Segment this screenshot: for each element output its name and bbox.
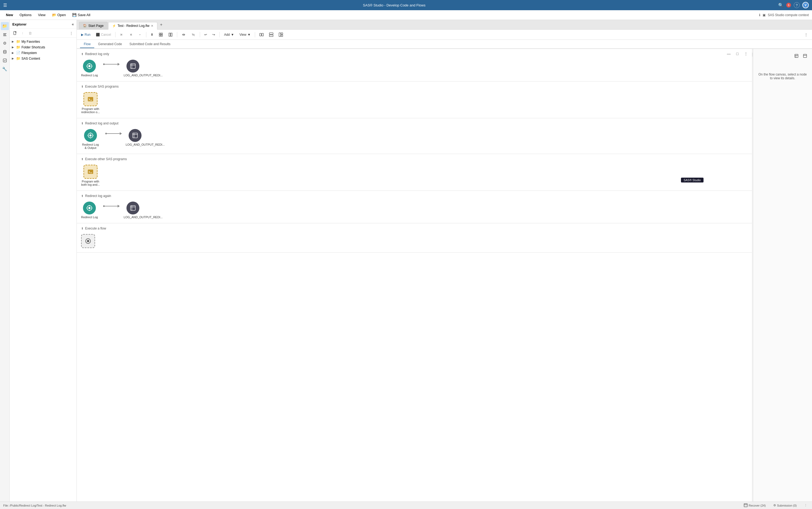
node-icon-program-1 — [83, 92, 98, 106]
layout-btn1[interactable] — [257, 32, 266, 38]
section6-collapse-icon[interactable]: ⬆ — [81, 227, 83, 230]
tab-start-page[interactable]: 🏠 Start Page — [79, 22, 108, 29]
subtab-generated-code[interactable]: Generated Code — [94, 41, 126, 48]
step-into-btn[interactable] — [136, 32, 144, 37]
section2-collapse-icon[interactable]: ⬆ — [81, 85, 83, 89]
sas-studio-tooltip: SAS® Studio — [681, 178, 703, 182]
subtab-flow[interactable]: Flow — [80, 41, 94, 48]
options-menu-item[interactable]: Options — [17, 12, 34, 18]
compute-icon[interactable]: ▣ — [763, 13, 766, 17]
sidebar-explorer-btn[interactable]: 📁 — [1, 22, 9, 30]
hamburger-menu-icon[interactable]: ☰ — [3, 3, 7, 8]
explorer-toolbar: ↑ 🗑 ⋮ — [10, 29, 77, 38]
canvas-minimize-btn[interactable]: — — [725, 50, 733, 58]
app-title: SAS® Studio - Develop Code and Flows — [10, 3, 778, 7]
node-program-with-redir[interactable]: Program with redirection o... — [81, 92, 100, 114]
layout-btn3[interactable] — [276, 32, 285, 38]
right-panel-btn2[interactable] — [801, 52, 809, 60]
tree-item-my-favorites[interactable]: ▶ 📁 My Favorites — [10, 39, 77, 44]
toolbar-sep-5 — [219, 32, 220, 37]
explorer-new-file-btn[interactable] — [12, 30, 18, 36]
user-avatar[interactable]: V — [802, 2, 809, 8]
sidebar-task-btn[interactable] — [1, 57, 9, 65]
layout-btn2[interactable] — [267, 32, 275, 38]
toolbar-more-btn[interactable]: ⋮ — [802, 32, 810, 37]
new-menu-item[interactable]: New — [3, 12, 16, 18]
svg-rect-28 — [131, 64, 135, 69]
node-log-output-1[interactable]: LOG_AND_OUTPUT_REDI... — [123, 60, 142, 77]
cancel-btn[interactable]: ⬛ Cancel — [94, 32, 113, 37]
save-all-menu-item[interactable]: 💾 Save All — [70, 12, 93, 18]
main-layout: 📁 ⚙ 🔧 Explorer « ↑ 🗑 ⋮ ▶ — [0, 20, 812, 502]
open-menu-item[interactable]: 📂 Open — [49, 12, 69, 18]
link-btn[interactable] — [179, 32, 188, 38]
explorer-more-btn[interactable]: ⋮ — [68, 30, 74, 36]
right-panel-btn1[interactable] — [793, 52, 800, 60]
explorer-header: Explorer « — [10, 20, 77, 29]
info-icon[interactable]: ℹ — [759, 13, 761, 17]
export-btn[interactable]: ⬆ — [148, 32, 155, 37]
grid-btn1[interactable] — [156, 32, 165, 38]
tab-close-btn[interactable]: ✕ — [151, 24, 153, 28]
subtab-submitted-code[interactable]: Submitted Code and Results — [126, 41, 174, 48]
node-log-output-5[interactable]: LOG_AND_OUTPUT_REDI... — [123, 202, 142, 219]
node-icon-log-output-5 — [126, 202, 139, 214]
unlink-btn[interactable] — [189, 32, 198, 38]
help-icon[interactable]: ? — [794, 2, 800, 8]
node-flow-partial[interactable] — [81, 234, 95, 248]
svg-rect-16 — [262, 33, 263, 36]
notification-badge[interactable]: 6 — [786, 3, 791, 7]
section1-collapse-icon[interactable]: ⬆ — [81, 53, 83, 56]
submission-icon: ⚙ — [773, 504, 776, 507]
sidebar-code-btn[interactable] — [1, 31, 9, 39]
grid-btn2[interactable] — [166, 32, 175, 38]
status-more-btn[interactable]: ⋮ — [803, 503, 809, 508]
tree-item-filesystem[interactable]: ▶ 📄 Filesystem — [10, 50, 77, 56]
node-redirect-log[interactable]: Redirect Log — [81, 60, 98, 77]
save-icon: 💾 — [72, 13, 77, 17]
section1-content: Redirect Log — [81, 60, 747, 77]
tree-item-folder-shortcuts[interactable]: ▶ 📁 Folder Shortcuts — [10, 44, 77, 50]
submission-btn[interactable]: ⚙ Submission (0) — [772, 503, 798, 508]
node-log-output-3[interactable]: LOG_AND_OUTPUT_REDI... — [126, 129, 144, 146]
explorer-delete-btn[interactable]: 🗑 — [27, 30, 33, 36]
compute-context-label[interactable]: SAS Studio compute context — [768, 13, 809, 17]
tab-add-btn[interactable]: + — [158, 22, 164, 28]
svg-rect-55 — [795, 54, 798, 58]
status-bar-right: Recover (24) ⚙ Submission (0) ⋮ — [742, 503, 809, 508]
view-menu-item[interactable]: View — [35, 12, 48, 18]
canvas-restore-btn[interactable]: □ — [734, 50, 741, 58]
section5-collapse-icon[interactable]: ⬆ — [81, 194, 83, 198]
run-btn[interactable]: ▶ Run — [79, 32, 93, 37]
step-fwd-btn[interactable] — [127, 32, 135, 37]
node-redirect-log-output[interactable]: Redirect Log & Output — [81, 129, 100, 149]
svg-rect-19 — [279, 33, 281, 37]
canvas-more-btn[interactable]: ⋮ — [742, 50, 750, 58]
flow-canvas[interactable]: ⬆ Redirect log only Redirect Log — [77, 49, 752, 502]
section4-title: Execute other SAS programs — [85, 157, 127, 161]
sidebar-settings-btn[interactable]: ⚙ — [1, 39, 9, 47]
view-btn[interactable]: View ▼ — [237, 32, 253, 37]
step-back-btn[interactable] — [118, 32, 126, 37]
tree-item-sas-content[interactable]: ▶ 📁 SAS Content — [10, 56, 77, 61]
node-label-log-output-3: LOG_AND_OUTPUT_REDI... — [126, 143, 144, 146]
sidebar-data-btn[interactable] — [1, 48, 9, 56]
tree-icon-my-favorites: 📁 — [16, 39, 21, 43]
explorer-up-btn[interactable]: ↑ — [19, 30, 26, 36]
undo-btn[interactable]: ↩ — [202, 32, 209, 37]
section-header-2: ⬆ Execute SAS programs — [81, 84, 747, 89]
search-icon[interactable]: 🔍 — [778, 3, 783, 8]
sidebar-wrench-btn[interactable]: 🔧 — [1, 65, 9, 73]
recover-btn[interactable]: Recover (24) — [742, 503, 767, 508]
section4-collapse-icon[interactable]: ⬆ — [81, 158, 83, 161]
redo-btn[interactable]: ↪ — [210, 32, 217, 37]
recover-icon — [744, 503, 747, 508]
explorer-collapse-btn[interactable]: « — [72, 22, 74, 26]
tab-test-redirect-log[interactable]: ⚡ Test - Redirect Log.flw ✕ — [108, 22, 158, 30]
add-btn[interactable]: Add ▼ — [222, 32, 236, 37]
section3-collapse-icon[interactable]: ⬆ — [81, 122, 83, 125]
node-program-both-log[interactable]: Program with both log and... — [81, 165, 100, 186]
tree-icon-filesystem: 📄 — [16, 51, 21, 55]
canvas-resize-handle[interactable] — [752, 49, 753, 502]
node-redirect-log-again[interactable]: Redirect Log — [81, 202, 98, 219]
